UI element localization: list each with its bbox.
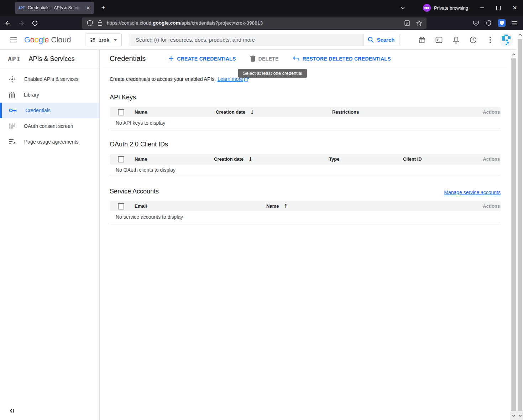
main-content: Credentials CREATE CREDENTIALS DELETE RE… [100, 50, 509, 420]
plus-icon [168, 56, 174, 61]
delete-button[interactable]: DELETE [250, 56, 279, 62]
page-appbar: Credentials CREATE CREDENTIALS DELETE RE… [100, 50, 509, 68]
trash-icon [250, 56, 255, 62]
restore-deleted-credentials-button[interactable]: RESTORE DELETED CREDENTIALS [293, 56, 391, 62]
library-icon [9, 92, 15, 98]
column-creation-date[interactable]: Creation date↓ [214, 156, 329, 162]
console-search-button[interactable]: Search [363, 34, 399, 46]
empty-row: No OAuth clients to display [110, 164, 501, 176]
browser-tab[interactable]: API Credentials – APIs & Services – z ✕ [15, 2, 94, 14]
window-close-button[interactable]: ✕ [507, 1, 523, 15]
pocket-icon[interactable] [470, 18, 482, 28]
sidebar-item-oauth-consent[interactable]: OAuth consent screen [0, 118, 99, 134]
column-actions: Actions [483, 109, 501, 115]
table-header: Name Creation date↓ Restrictions Actions [110, 107, 501, 117]
password-manager-shield-icon[interactable] [496, 18, 507, 28]
account-avatar[interactable] [500, 33, 513, 47]
column-restrictions[interactable]: Restrictions [332, 109, 483, 115]
private-browsing-label: Private browsing [434, 5, 468, 11]
intro-text: Create credentials to access your enable… [110, 76, 509, 82]
window-maximize-button[interactable] [490, 1, 507, 15]
project-icon [90, 37, 96, 43]
oauth-consent-icon [9, 124, 15, 129]
tooltip: Select at least one credential [238, 69, 307, 78]
page-title: Credentials [110, 55, 146, 63]
section-title: OAuth 2.0 Client IDs [110, 141, 168, 148]
sidebar-item-credentials[interactable]: Credentials [0, 103, 99, 118]
tab-close-icon[interactable]: ✕ [85, 4, 92, 11]
svg-text:?: ? [472, 38, 475, 42]
column-creation-date[interactable]: Creation date↓ [216, 109, 332, 115]
help-icon[interactable]: ? [465, 31, 482, 48]
collapse-sidebar-icon[interactable] [9, 407, 16, 414]
window-minimize-button[interactable] [474, 1, 490, 15]
bookmark-star-icon[interactable] [416, 20, 422, 26]
manage-service-accounts-link[interactable]: Manage service accounts [444, 190, 501, 195]
create-credentials-button[interactable]: CREATE CREDENTIALS [168, 56, 236, 62]
section-title: API Keys [110, 94, 136, 101]
select-all-checkbox[interactable] [118, 203, 124, 209]
undo-icon [293, 56, 299, 61]
column-client-id[interactable]: Client ID [403, 156, 483, 162]
cloud-shell-icon[interactable] [430, 31, 448, 48]
table-header: Email Name↑ Actions [110, 201, 501, 211]
extensions-puzzle-icon[interactable] [483, 18, 495, 28]
scrollbar-thumb[interactable] [518, 39, 522, 411]
list-tabs-chevron-icon[interactable] [397, 2, 408, 13]
scroll-up-icon[interactable] [517, 31, 523, 39]
empty-row: No API keys to display [110, 117, 501, 129]
project-picker[interactable]: zrok [85, 33, 122, 46]
url-text: https://console.cloud.google.com/apis/cr… [107, 20, 263, 26]
gift-icon[interactable] [413, 31, 430, 48]
scrollbar-thumb[interactable] [511, 58, 516, 411]
console-header: Google Cloud zrok Search [0, 30, 523, 50]
empty-row: No service accounts to display [110, 211, 501, 223]
section-title: Service Accounts [110, 188, 159, 195]
screen: API Credentials – APIs & Services – z ✕ … [0, 0, 523, 420]
menu-hamburger-icon[interactable] [509, 18, 520, 28]
column-name[interactable]: Name [135, 156, 214, 162]
sidebar: API APIs & Services Enabled APIs & servi… [0, 50, 100, 420]
api-logo: API [8, 55, 21, 63]
key-icon [9, 108, 17, 113]
google-cloud-logo[interactable]: Google Cloud [24, 35, 71, 45]
select-all-checkbox[interactable] [118, 109, 124, 115]
tab-title: Credentials – APIs & Services – z [28, 5, 81, 10]
section-api-keys: API Keys Name Creation date↓ Restriction… [110, 94, 501, 129]
scroll-down-icon[interactable] [510, 411, 517, 420]
sidebar-header: API APIs & Services [0, 50, 99, 68]
select-all-checkbox[interactable] [118, 156, 124, 162]
lock-icon[interactable] [98, 20, 103, 26]
back-button[interactable] [2, 18, 14, 28]
scroll-up-icon[interactable] [510, 51, 517, 58]
column-email[interactable]: Email [135, 203, 266, 209]
content-scrollbar[interactable] [510, 50, 517, 420]
sort-desc-icon: ↓ [250, 109, 255, 115]
more-vert-icon[interactable] [482, 31, 499, 48]
column-name[interactable]: Name [135, 109, 216, 115]
column-type[interactable]: Type [329, 156, 403, 162]
sidebar-item-page-usage[interactable]: Page usage agreements [0, 134, 99, 150]
scroll-down-icon[interactable] [517, 411, 523, 420]
sidebar-nav: Enabled APIs & services Library Credenti… [0, 68, 99, 150]
sidebar-item-library[interactable]: Library [0, 87, 99, 103]
notifications-bell-icon[interactable] [448, 31, 465, 48]
console-nav-menu-icon[interactable] [5, 31, 22, 48]
project-name: zrok [99, 37, 109, 43]
tracking-shield-icon[interactable] [87, 20, 93, 26]
url-bar[interactable]: https://console.cloud.google.com/apis/cr… [82, 17, 427, 29]
window-scrollbar[interactable] [517, 30, 523, 420]
reload-button[interactable] [29, 18, 41, 28]
column-name[interactable]: Name↑ [266, 203, 483, 209]
tab-favicon: API [19, 6, 25, 10]
column-actions: Actions [483, 156, 501, 162]
navigation-toolbar: https://console.cloud.google.com/apis/cr… [0, 16, 523, 30]
private-browsing-badge: Private browsing [423, 4, 468, 12]
reader-mode-icon[interactable] [404, 20, 410, 26]
new-tab-button[interactable]: + [98, 2, 109, 14]
forward-button[interactable] [16, 18, 27, 28]
section-oauth-clients: OAuth 2.0 Client IDs Name Creation date↓… [110, 141, 501, 176]
sidebar-item-enabled-apis[interactable]: Enabled APIs & services [0, 71, 99, 87]
private-mask-icon [423, 4, 431, 12]
console-search-input[interactable] [130, 34, 363, 46]
